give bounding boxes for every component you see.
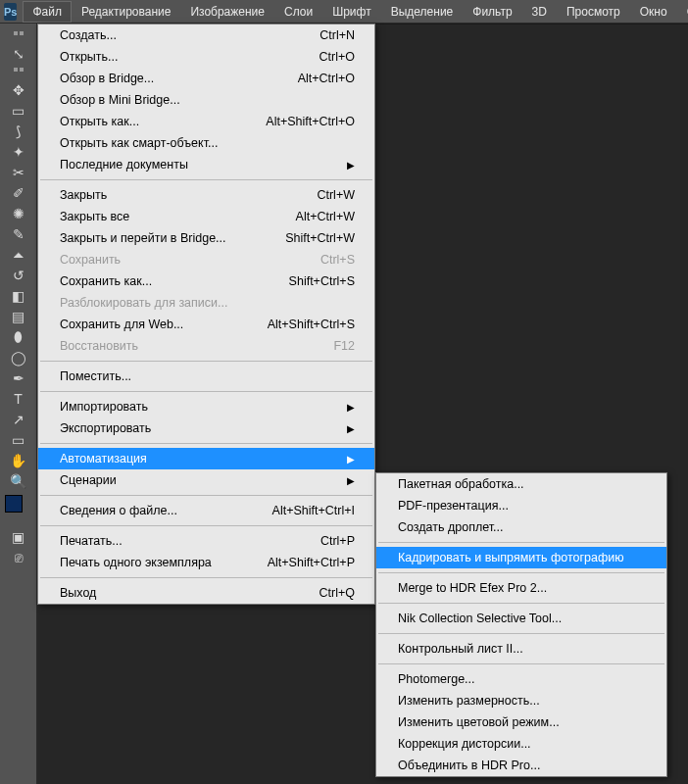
file-separator — [40, 179, 372, 180]
file-item-label: Поместить... — [60, 369, 131, 383]
lasso-tool[interactable]: ⟆ — [0, 121, 37, 141]
file-item-label: Выход — [60, 586, 96, 600]
file-item-30[interactable]: ВыходCtrl+Q — [38, 582, 374, 604]
file-item-20[interactable]: Экспортировать▶ — [38, 417, 374, 439]
automate-item-16[interactable]: Объединить в HDR Pro... — [376, 755, 666, 776]
automate-item-label: Коррекция дисторсии... — [398, 737, 531, 751]
shape-tool[interactable]: ▭ — [0, 429, 37, 450]
file-item-5[interactable]: Открыть как смарт-объект... — [38, 132, 374, 154]
automate-item-1[interactable]: PDF-презентация... — [376, 495, 666, 516]
automate-item-8[interactable]: Nik Collection Selective Tool... — [376, 608, 666, 629]
file-item-label: Сохранить — [60, 253, 121, 267]
menu-окно[interactable]: Окно — [630, 1, 677, 23]
file-item-shortcut: Alt+Ctrl+W — [296, 210, 355, 223]
eraser-tool[interactable]: ◧ — [0, 285, 37, 306]
type-tool[interactable]: T — [0, 388, 37, 409]
marquee-tool[interactable]: ▭ — [0, 100, 37, 121]
automate-item-15[interactable]: Коррекция дисторсии... — [376, 733, 666, 755]
file-item-28[interactable]: Печать одного экземпляраAlt+Shift+Ctrl+P — [38, 552, 374, 573]
automate-item-14[interactable]: Изменить цветовой режим... — [376, 711, 666, 733]
brush-tool[interactable]: ✎ — [0, 223, 37, 244]
menu-редактирование[interactable]: Редактирование — [72, 1, 180, 23]
crop-tool[interactable]: ✂ — [0, 162, 37, 182]
file-item-8[interactable]: ЗакрытьCtrl+W — [38, 184, 374, 206]
file-item-14[interactable]: Сохранить для Web...Alt+Shift+Ctrl+S — [38, 314, 374, 335]
file-item-19[interactable]: Импортировать▶ — [38, 396, 374, 417]
dodge-tool[interactable]: ◯ — [0, 347, 37, 368]
file-item-shortcut: Ctrl+W — [317, 188, 355, 202]
path-tool[interactable]: ↗ — [0, 409, 37, 429]
file-item-22[interactable]: Автоматизация▶ — [38, 448, 374, 469]
file-item-label: Восстановить — [60, 339, 138, 353]
gradient-tool[interactable]: ▤ — [0, 306, 37, 326]
file-item-shortcut: Alt+Shift+Ctrl+P — [268, 556, 355, 569]
automate-item-label: Изменить размерность... — [398, 694, 540, 708]
wand-tool[interactable]: ✦ — [0, 141, 37, 162]
tool-palette: ⤡ ✥▭⟆✦✂✐✺✎⏶↺◧▤⬮◯✒T↗▭✋🔍 ▣ ⎚ — [0, 24, 37, 784]
automate-item-13[interactable]: Изменить размерность... — [376, 690, 666, 711]
menu-слои[interactable]: Слои — [274, 1, 322, 23]
file-item-10[interactable]: Закрыть и перейти в Bridge...Shift+Ctrl+… — [38, 227, 374, 249]
history-brush-tool[interactable]: ↺ — [0, 265, 37, 285]
file-item-9[interactable]: Закрыть всеAlt+Ctrl+W — [38, 206, 374, 227]
file-item-17[interactable]: Поместить... — [38, 366, 374, 387]
menu-фильтр[interactable]: Фильтр — [463, 1, 521, 23]
palette-grip-2[interactable] — [0, 64, 37, 75]
color-swatches[interactable] — [5, 495, 32, 522]
file-item-4[interactable]: Открыть как...Alt+Shift+Ctrl+O — [38, 111, 374, 132]
file-item-23[interactable]: Сценарии▶ — [38, 469, 374, 491]
menu-шрифт[interactable]: Шрифт — [322, 1, 380, 23]
stamp-tool[interactable]: ⏶ — [0, 244, 37, 265]
menu-просмотр[interactable]: Просмотр — [557, 1, 630, 23]
automate-item-0[interactable]: Пакетная обработка... — [376, 473, 666, 495]
menu-3d[interactable]: 3D — [522, 1, 557, 23]
quickmask-toggle[interactable]: ▣ — [0, 526, 37, 547]
file-item-2[interactable]: Обзор в Bridge...Alt+Ctrl+O — [38, 68, 374, 89]
automate-item-label: Создать дроплет... — [398, 520, 504, 534]
file-item-label: Печать одного экземпляра — [60, 556, 212, 569]
menu-изображение[interactable]: Изображение — [180, 1, 274, 23]
file-item-label: Сценарии — [60, 473, 117, 487]
file-item-12[interactable]: Сохранить как...Shift+Ctrl+S — [38, 270, 374, 292]
move-tool-top[interactable]: ⤡ — [0, 43, 37, 64]
file-item-label: Сохранить для Web... — [60, 318, 183, 331]
file-item-27[interactable]: Печатать...Ctrl+P — [38, 530, 374, 552]
automate-item-label: Photomerge... — [398, 672, 475, 686]
automate-item-2[interactable]: Создать дроплет... — [376, 516, 666, 538]
automate-item-4[interactable]: Кадрировать и выпрямить фотографию — [376, 547, 666, 568]
file-item-shortcut: Alt+Shift+Ctrl+S — [268, 318, 355, 331]
automate-item-10[interactable]: Контрольный лист II... — [376, 638, 666, 660]
hand-tool[interactable]: ✋ — [0, 450, 37, 470]
file-item-label: Сохранить как... — [60, 274, 152, 288]
file-item-shortcut: Ctrl+S — [320, 253, 355, 267]
menu-выделение[interactable]: Выделение — [381, 1, 464, 23]
automate-item-12[interactable]: Photomerge... — [376, 668, 666, 690]
move-tool[interactable]: ✥ — [0, 79, 37, 100]
file-item-0[interactable]: Создать...Ctrl+N — [38, 24, 374, 46]
eyedropper-tool[interactable]: ✐ — [0, 182, 37, 203]
foreground-color[interactable] — [5, 495, 23, 513]
palette-collapse-grip[interactable] — [0, 27, 37, 39]
submenu-arrow-icon: ▶ — [341, 454, 355, 465]
spot-heal-tool[interactable]: ✺ — [0, 203, 37, 223]
file-item-6[interactable]: Последние документы▶ — [38, 154, 374, 175]
zoom-tool[interactable]: 🔍 — [0, 470, 37, 491]
file-item-3[interactable]: Обзор в Mini Bridge... — [38, 89, 374, 111]
pen-tool[interactable]: ✒ — [0, 368, 37, 388]
app-logo[interactable]: Ps — [4, 3, 17, 21]
menu-файл[interactable]: Файл — [23, 1, 72, 23]
file-item-shortcut: Ctrl+Q — [319, 586, 355, 600]
automate-separator — [378, 633, 664, 634]
menu-справка[interactable]: Справка — [677, 1, 688, 23]
automate-item-6[interactable]: Merge to HDR Efex Pro 2... — [376, 577, 666, 599]
file-item-1[interactable]: Открыть...Ctrl+O — [38, 46, 374, 68]
file-item-label: Открыть как... — [60, 115, 139, 128]
file-item-label: Обзор в Mini Bridge... — [60, 93, 180, 107]
screenmode-toggle[interactable]: ⎚ — [0, 547, 37, 567]
file-item-15: ВосстановитьF12 — [38, 335, 374, 357]
automate-item-label: Изменить цветовой режим... — [398, 715, 560, 729]
blur-tool[interactable]: ⬮ — [0, 326, 37, 347]
file-separator — [40, 495, 372, 496]
file-item-11: СохранитьCtrl+S — [38, 249, 374, 270]
file-item-25[interactable]: Сведения о файле...Alt+Shift+Ctrl+I — [38, 500, 374, 521]
